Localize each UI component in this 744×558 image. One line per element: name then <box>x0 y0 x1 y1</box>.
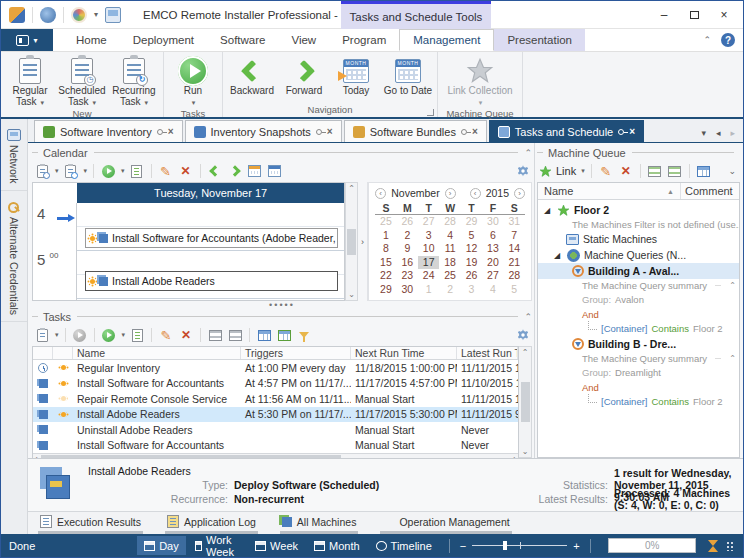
edit-icon[interactable]: ✎ <box>158 327 174 343</box>
mini-cal-day[interactable]: 18 <box>439 256 460 270</box>
calendar-event-selected[interactable]: Install Adobe Readers <box>85 271 338 291</box>
column-comment[interactable]: Comment <box>681 183 739 199</box>
view-button[interactable]: Timeline <box>369 536 439 555</box>
layout-rows-icon[interactable] <box>647 163 663 179</box>
tree-node-building[interactable]: Building B - Dre... <box>538 336 739 352</box>
mini-cal-day[interactable]: 22 <box>375 269 396 283</box>
document-tab[interactable]: Software Bundles × <box>344 120 487 142</box>
toolbar-overflow-icon[interactable]: ⌄ <box>728 166 738 176</box>
calendar-settings-gear-icon[interactable] <box>516 164 530 178</box>
layout-list-icon[interactable] <box>227 327 243 343</box>
task-row[interactable]: Repair Remote Console Service At 11:56 A… <box>33 391 518 407</box>
link-star-icon[interactable] <box>539 165 552 178</box>
tree-node-static-machines[interactable]: Static Machines <box>538 231 739 247</box>
mini-cal-day[interactable]: 11 <box>439 242 460 256</box>
mini-cal-day[interactable]: 21 <box>504 256 525 270</box>
mini-cal-day[interactable]: 25 <box>375 215 396 229</box>
view-button[interactable]: Week <box>248 536 305 555</box>
mini-cal-day[interactable]: 24 <box>418 269 439 283</box>
close-tab-icon[interactable]: × <box>472 126 478 137</box>
mini-cal-day[interactable]: 29 <box>461 215 482 229</box>
day-view-scrollbar[interactable]: ⌃ ⌄ <box>345 182 357 301</box>
ribbon-tab[interactable]: Program <box>329 29 399 51</box>
pin-icon[interactable] <box>316 129 322 135</box>
table-view-icon[interactable] <box>696 163 712 179</box>
mini-cal-day[interactable]: 19 <box>461 256 482 270</box>
mini-cal-day[interactable]: 1 <box>418 283 439 297</box>
mini-cal-day[interactable]: 30 <box>397 283 418 297</box>
ribbon-tab[interactable]: View <box>278 29 329 51</box>
day-header[interactable]: Tuesday, November 17 <box>77 183 344 203</box>
calendar-event[interactable]: Install Software for Accountants (Adobe … <box>85 228 338 248</box>
collapse-summary-icon[interactable]: ⌃ <box>729 354 736 363</box>
mini-cal-day[interactable]: 20 <box>482 256 503 270</box>
document-tab[interactable]: Tasks and Schedule × <box>489 120 644 142</box>
mini-cal-day[interactable]: 5 <box>504 283 525 297</box>
edit-icon[interactable]: ✎ <box>158 163 174 179</box>
mini-cal-day[interactable]: 12 <box>461 242 482 256</box>
scroll-down-icon[interactable]: ⌄ <box>522 447 529 456</box>
link-button[interactable]: Link <box>556 165 576 177</box>
mini-cal-day[interactable]: 25 <box>439 269 460 283</box>
scrollbar-thumb[interactable] <box>521 382 530 422</box>
mini-cal-day[interactable]: 27 <box>482 269 503 283</box>
mini-cal-day[interactable]: 3 <box>418 229 439 243</box>
link-collection-button[interactable]: Link Collection▾ <box>441 54 519 108</box>
mini-cal-day[interactable]: 26 <box>461 269 482 283</box>
mini-cal-day[interactable]: 28 <box>439 215 460 229</box>
mini-cal-day[interactable]: 4 <box>439 229 460 243</box>
zoom-out-icon[interactable]: − <box>460 540 466 552</box>
next-day-icon[interactable] <box>227 163 243 179</box>
task-details-icon[interactable] <box>129 327 145 343</box>
today-button[interactable]: Today <box>330 54 382 104</box>
scroll-down-icon[interactable]: ⌄ <box>348 290 355 299</box>
mini-cal-day[interactable]: 2 <box>439 283 460 297</box>
close-tab-icon[interactable]: × <box>327 126 333 137</box>
ribbon-tab[interactable]: Software <box>207 29 278 51</box>
next-month-icon[interactable]: › <box>445 188 456 199</box>
pin-icon[interactable] <box>157 129 163 135</box>
task-details-icon[interactable] <box>129 163 145 179</box>
regular-task-button[interactable]: Regular Task ▾ <box>4 54 56 108</box>
filter-icon[interactable] <box>296 327 312 343</box>
mini-cal-day[interactable]: 6 <box>482 229 503 243</box>
collapse-tasks-icon[interactable]: ⌃ <box>524 312 532 322</box>
next-year-icon[interactable]: › <box>514 188 525 199</box>
expand-collapse-icon[interactable]: ◢ <box>544 206 553 215</box>
theme-palette-icon[interactable] <box>71 7 87 23</box>
task-row[interactable]: Uninstall Adobe Readers Manual Start Nev… <box>33 422 518 438</box>
bottom-tab[interactable]: Operation Management <box>380 512 511 534</box>
edit-icon[interactable]: ✎ <box>598 163 614 179</box>
view-button[interactable]: Month <box>307 536 367 555</box>
document-tab[interactable]: Inventory Snapshots × <box>185 120 342 142</box>
mini-cal-day[interactable]: 2 <box>397 229 418 243</box>
mini-cal-day[interactable]: 23 <box>397 269 418 283</box>
scrollbar-thumb[interactable] <box>347 229 356 255</box>
bottom-tab[interactable]: Application Log <box>165 512 258 534</box>
mini-cal-day[interactable]: 29 <box>375 283 396 297</box>
run-task-icon[interactable] <box>101 327 117 343</box>
bottom-tab[interactable]: All Machines <box>280 512 359 534</box>
column-next-run-time[interactable]: Next Run Time <box>351 347 457 359</box>
minimize-button[interactable]: – <box>651 5 677 25</box>
task-row[interactable]: Regular Inventory At 1:00 PM every day 1… <box>33 360 518 376</box>
prev-month-icon[interactable]: ‹ <box>375 188 386 199</box>
mini-cal-day[interactable]: 26 <box>397 215 418 229</box>
palette-dropdown-caret[interactable]: ▾ <box>94 10 98 19</box>
column-name[interactable]: Name <box>73 347 241 359</box>
ribbon-tab[interactable]: Presentation <box>494 29 585 51</box>
mini-cal-day[interactable]: 27 <box>418 215 439 229</box>
close-tab-icon[interactable]: × <box>629 126 635 137</box>
collapse-calendar-icon[interactable]: ⌃ <box>524 148 532 158</box>
horizontal-splitter[interactable]: ••••• <box>32 301 532 309</box>
refresh-icon[interactable] <box>72 327 88 343</box>
new-task-icon[interactable] <box>34 327 50 343</box>
delete-icon[interactable]: ✕ <box>618 163 634 179</box>
monitor-icon[interactable] <box>105 7 121 23</box>
mini-cal-day[interactable]: 7 <box>504 229 525 243</box>
rail-tab-alternate-credentials[interactable]: Alternate Credentials <box>1 195 27 322</box>
column-chooser-icon[interactable] <box>276 327 292 343</box>
scroll-up-icon[interactable]: ⌃ <box>522 348 529 357</box>
run-button[interactable]: Run▾ <box>167 54 219 108</box>
delete-icon[interactable]: ✕ <box>178 327 194 343</box>
